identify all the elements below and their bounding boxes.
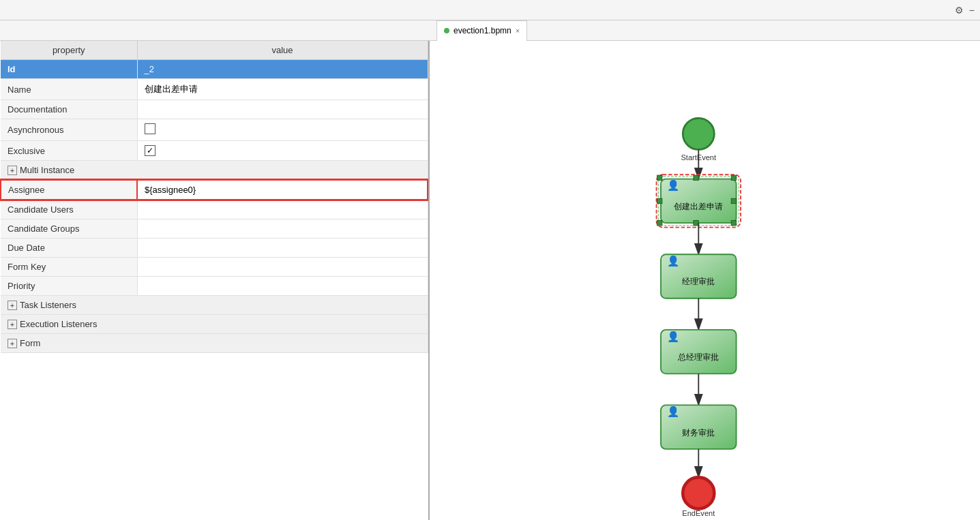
prop-key-id: Id: [1, 60, 137, 79]
handle-bm[interactable]: [694, 221, 698, 226]
handle-bl[interactable]: [657, 221, 662, 226]
minimize-icon[interactable]: −: [969, 5, 975, 16]
task3-label: 总经理审批: [677, 352, 719, 362]
task2-label: 经理审批: [682, 277, 715, 286]
gear-icon[interactable]: ⚙: [955, 5, 964, 16]
task1-dashed: [658, 177, 739, 226]
expand-icon[interactable]: +: [8, 166, 17, 175]
main-content: property value Id_2Name创建出差申请Documentati…: [0, 41, 980, 520]
exclusive-checkbox[interactable]: ✓: [145, 145, 155, 156]
prop-key-form-key: Form Key: [1, 258, 137, 277]
prop-row-7: Candidate Users: [1, 200, 428, 219]
start-event[interactable]: [683, 118, 714, 149]
tab-dot: [444, 28, 449, 33]
properties-panel: property value Id_2Name创建出差申请Documentati…: [0, 41, 430, 520]
task4-label: 财务审批: [682, 428, 715, 438]
prop-key-name: Name: [1, 79, 137, 100]
prop-key-assignee: Assignee: [1, 180, 137, 200]
properties-table: property value Id_2Name创建出差申请Documentati…: [0, 41, 428, 353]
expand-icon[interactable]: +: [8, 301, 17, 310]
start-event-label: StartEvent: [681, 153, 716, 162]
task1-avatar: 👤: [667, 179, 680, 192]
prop-val-documentation[interactable]: [137, 100, 428, 119]
prop-row-10: Form Key: [1, 258, 428, 277]
handle-tr[interactable]: [731, 175, 736, 180]
prop-row-3: Asynchronous: [1, 119, 428, 141]
expandable-execution-listeners[interactable]: +Execution Listeners: [1, 315, 428, 334]
expandable-label: Form: [20, 338, 40, 348]
prop-row-13: +Execution Listeners: [1, 315, 428, 334]
tab-bar: evection1.bpmn ×: [0, 20, 980, 41]
task2-avatar: 👤: [667, 255, 680, 267]
task3-avatar: 👤: [667, 331, 680, 343]
prop-row-9: Due Date: [1, 239, 428, 258]
bpmn-tab[interactable]: evection1.bpmn ×: [436, 20, 527, 41]
prop-row-8: Candidate Groups: [1, 219, 428, 239]
prop-key-due-date: Due Date: [1, 239, 137, 258]
tab-close-button[interactable]: ×: [516, 27, 520, 35]
prop-val-candidate-users[interactable]: [137, 200, 428, 219]
prop-key-documentation: Documentation: [1, 100, 137, 119]
prop-row-14: +Form: [1, 334, 428, 353]
handle-br[interactable]: [731, 221, 736, 226]
expandable-label: Execution Listeners: [20, 319, 97, 329]
end-event-label: EndEvent: [682, 509, 715, 517]
prop-key-exclusive: Exclusive: [1, 141, 137, 161]
expandable-task-listeners[interactable]: +Task Listeners: [1, 296, 428, 315]
col-value-header: value: [137, 41, 428, 60]
handle-tl[interactable]: [657, 175, 662, 180]
handle-ml[interactable]: [657, 198, 662, 203]
handle-tm[interactable]: [694, 175, 698, 180]
prop-row-11: Priority: [1, 277, 428, 296]
expandable-label: Multi Instance: [20, 165, 74, 175]
prop-row-0: Id_2: [1, 60, 428, 79]
prop-row-1: Name创建出差申请: [1, 79, 428, 100]
prop-row-6: Assignee${assignee0}: [1, 180, 428, 200]
task1-label: 创建出差申请: [674, 202, 723, 211]
prop-val-candidate-groups[interactable]: [137, 219, 428, 239]
task4-avatar: 👤: [667, 406, 680, 418]
task1-selected-border: [657, 174, 741, 227]
prop-val-name[interactable]: 创建出差申请: [137, 79, 428, 100]
prop-row-5: +Multi Instance: [1, 161, 428, 181]
prop-val-id[interactable]: _2: [137, 60, 428, 79]
task3-box[interactable]: [661, 330, 737, 373]
asynchronous-checkbox[interactable]: [145, 123, 155, 134]
prop-val-due-date[interactable]: [137, 239, 428, 258]
prop-row-4: Exclusive✓: [1, 141, 428, 161]
canvas-panel: StartEvent 👤 创建出差申请 👤: [430, 41, 980, 520]
prop-row-2: Documentation: [1, 100, 428, 119]
prop-val-assignee[interactable]: ${assignee0}: [137, 180, 428, 200]
task1-box[interactable]: [661, 179, 737, 223]
end-event[interactable]: [683, 477, 714, 508]
handle-mr[interactable]: [731, 198, 736, 203]
prop-key-candidate-users: Candidate Users: [1, 200, 137, 219]
expand-icon[interactable]: +: [8, 320, 17, 329]
prop-val-asynchronous[interactable]: [137, 119, 428, 141]
task2-box[interactable]: [661, 254, 737, 298]
expandable-label: Task Listeners: [20, 300, 76, 310]
col-property-header: property: [1, 41, 137, 60]
prop-val-form-key[interactable]: [137, 258, 428, 277]
prop-key-asynchronous: Asynchronous: [1, 119, 137, 141]
task4-box[interactable]: [661, 405, 737, 448]
bpmn-svg: StartEvent 👤 创建出差申请 👤: [430, 41, 980, 520]
prop-val-priority[interactable]: [137, 277, 428, 296]
prop-key-candidate-groups: Candidate Groups: [1, 219, 137, 239]
prop-key-priority: Priority: [1, 277, 137, 296]
expandable-form[interactable]: +Form: [1, 334, 428, 353]
tab-label: evection1.bpmn: [454, 26, 511, 35]
prop-val-exclusive[interactable]: ✓: [137, 141, 428, 161]
prop-row-12: +Task Listeners: [1, 296, 428, 315]
expandable-multi-instance[interactable]: +Multi Instance: [1, 161, 428, 181]
expand-icon[interactable]: +: [8, 339, 17, 348]
top-bar: ⚙ −: [0, 0, 980, 20]
